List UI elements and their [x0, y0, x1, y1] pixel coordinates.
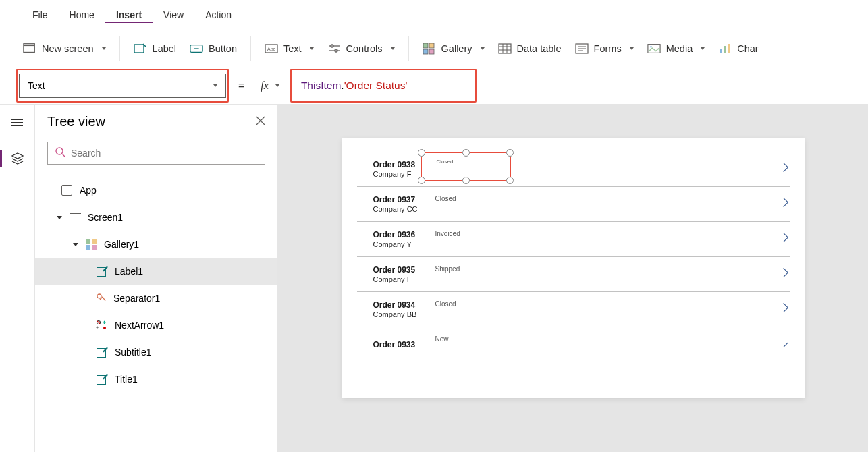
menu-view[interactable]: View [153, 7, 194, 23]
gallery-row[interactable]: Order 0936 Company Y Invoiced [357, 222, 790, 257]
next-arrow-icon[interactable] [778, 338, 788, 347]
tree-item-label1[interactable]: Label1 [35, 258, 277, 285]
svg-rect-29 [728, 44, 730, 53]
hamburger-icon [11, 118, 24, 128]
fx-icon: fx [261, 80, 269, 92]
data-table-icon [498, 42, 512, 55]
search-input[interactable] [71, 148, 258, 159]
hamburger-button[interactable] [11, 118, 24, 132]
chevron-down-icon [213, 84, 217, 87]
tree-label: NextArrow1 [115, 320, 164, 331]
new-screen-icon [23, 42, 36, 55]
row-subtitle: Company BB [373, 310, 417, 318]
app-preview[interactable]: Closed Order 0938 Company F Order 0937 C… [342, 138, 805, 398]
tree-label: App [80, 185, 97, 196]
row-status: Closed [435, 195, 456, 202]
label-icon [96, 265, 108, 277]
chevron-down-icon [275, 84, 279, 87]
next-arrow-icon[interactable] [778, 233, 788, 242]
row-subtitle: Company F [373, 170, 416, 178]
next-arrow-icon[interactable] [778, 198, 788, 207]
tree-item-gallery[interactable]: Gallery1 [47, 231, 265, 258]
tree-item-subtitle1[interactable]: Subtitle1 [47, 339, 265, 366]
tree-list: App Screen1 Gallery1 Label1 [47, 177, 265, 393]
next-arrow-icon[interactable] [778, 268, 788, 277]
tree-item-app[interactable]: App [47, 177, 265, 204]
formula-bar: Text = fx ThisItem.'Order Status' [0, 67, 868, 105]
forms-button[interactable]: Forms [568, 38, 641, 59]
nextarrow-icon: + [96, 319, 108, 331]
search-box[interactable] [47, 142, 265, 165]
gallery-row[interactable]: Order 0933 New [357, 327, 790, 362]
text-label: Text [283, 43, 302, 54]
gallery-row[interactable]: Order 0938 Company F [357, 152, 790, 187]
tree-item-title1[interactable]: Title1 [47, 366, 265, 393]
canvas[interactable]: Closed Order 0938 Company F Order 0937 C… [278, 105, 868, 452]
tree-view-panel: Tree view App Screen1 [35, 105, 278, 452]
tree-item-separator1[interactable]: Separator1 [47, 285, 265, 312]
svg-rect-15 [429, 49, 434, 54]
svg-marker-30 [12, 153, 23, 159]
row-subtitle: Company CC [373, 205, 418, 213]
svg-point-33 [56, 148, 63, 154]
close-panel-button[interactable] [256, 115, 265, 129]
nav-strip [0, 105, 35, 452]
text-icon: Abc [265, 42, 278, 55]
menu-insert[interactable]: Insert [105, 7, 153, 23]
search-icon [55, 146, 65, 160]
formula-input[interactable]: ThisItem.'Order Status' [293, 74, 417, 98]
svg-rect-27 [720, 49, 722, 53]
svg-rect-14 [423, 49, 428, 54]
active-marker [0, 150, 2, 167]
separator-icon [96, 293, 107, 304]
formula-highlight: ThisItem.'Order Status' [290, 69, 477, 103]
svg-rect-37 [86, 245, 90, 250]
svg-rect-13 [429, 43, 434, 48]
controls-icon [327, 42, 341, 55]
menu-home[interactable]: Home [59, 7, 105, 23]
controls-button[interactable]: Controls [321, 38, 402, 59]
divider [119, 36, 120, 61]
gallery-row[interactable]: Order 0935 Company I Shipped [357, 257, 790, 292]
row-title: Order 0935 [373, 265, 416, 275]
button-label: Button [209, 43, 237, 54]
chevron-down-icon [630, 47, 634, 50]
svg-point-26 [650, 46, 652, 48]
button-icon [190, 42, 203, 55]
tree-label: Screen1 [88, 212, 123, 223]
gallery-row[interactable]: Order 0934 Company BB Closed [357, 292, 790, 327]
charts-button[interactable]: Char [711, 38, 765, 59]
label-icon [96, 373, 108, 385]
next-arrow-icon[interactable] [778, 303, 788, 312]
gallery-label: Gallery [441, 43, 472, 54]
text-button[interactable]: Abc Text [258, 38, 321, 59]
tree-view-nav-button[interactable] [11, 152, 24, 165]
row-status: Invoiced [435, 230, 460, 237]
fx-button[interactable]: fx [254, 74, 286, 97]
chevron-down-icon [102, 47, 106, 50]
property-dropdown[interactable]: Text [19, 74, 226, 98]
svg-text:+: + [96, 325, 99, 330]
media-button[interactable]: Media [641, 38, 712, 59]
close-icon [256, 116, 265, 125]
row-subtitle: Company I [373, 275, 416, 283]
expand-icon[interactable] [57, 216, 62, 219]
new-screen-button[interactable]: New screen [16, 38, 113, 59]
menu-file[interactable]: File [22, 7, 59, 23]
tree-item-nextarrow1[interactable]: + NextArrow1 [47, 312, 265, 339]
equals-sign: = [238, 80, 244, 92]
data-table-button[interactable]: Data table [491, 38, 568, 59]
label-button[interactable]: Label [127, 38, 183, 59]
media-label: Media [666, 43, 693, 54]
button-button[interactable]: Button [183, 38, 244, 59]
chevron-down-icon [391, 47, 395, 50]
menu-action[interactable]: Action [194, 7, 242, 23]
chevron-down-icon [701, 47, 705, 50]
next-arrow-icon[interactable] [778, 163, 788, 172]
layers-icon [11, 152, 24, 165]
gallery-button[interactable]: Gallery [416, 38, 491, 59]
row-status: Shipped [435, 265, 460, 273]
expand-icon[interactable] [73, 243, 78, 246]
tree-item-screen[interactable]: Screen1 [47, 204, 265, 231]
gallery-row[interactable]: Order 0937 Company CC Closed [357, 187, 790, 222]
